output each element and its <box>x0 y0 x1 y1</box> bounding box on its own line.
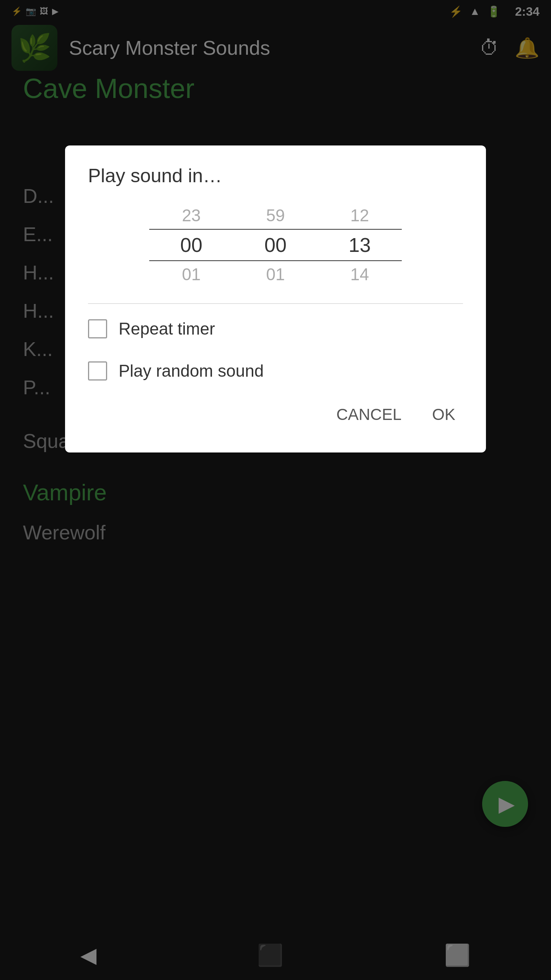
dialog-buttons: CANCEL OK <box>88 400 463 430</box>
minutes-top: 59 <box>233 202 318 229</box>
dialog-divider <box>88 303 463 304</box>
repeat-timer-row[interactable]: Repeat timer <box>88 315 463 342</box>
ok-button[interactable]: OK <box>424 400 463 430</box>
play-random-sound-checkbox[interactable] <box>88 361 107 381</box>
time-column-seconds[interactable]: 12 13 14 <box>318 202 402 288</box>
play-sound-dialog: Play sound in… 23 00 01 59 00 01 12 13 1… <box>65 145 486 452</box>
minutes-middle: 00 <box>233 229 318 261</box>
repeat-timer-label: Repeat timer <box>119 319 215 338</box>
play-random-sound-row[interactable]: Play random sound <box>88 358 463 384</box>
repeat-timer-checkbox[interactable] <box>88 319 107 338</box>
cancel-button[interactable]: CANCEL <box>329 400 409 430</box>
hours-middle: 00 <box>149 229 233 261</box>
seconds-middle: 13 <box>318 229 402 261</box>
play-random-sound-label: Play random sound <box>119 361 264 381</box>
time-column-hours[interactable]: 23 00 01 <box>149 202 233 288</box>
hours-bottom: 01 <box>149 261 233 288</box>
seconds-top: 12 <box>318 202 402 229</box>
time-picker[interactable]: 23 00 01 59 00 01 12 13 14 <box>88 202 463 288</box>
seconds-bottom: 14 <box>318 261 402 288</box>
minutes-bottom: 01 <box>233 261 318 288</box>
dialog-title: Play sound in… <box>88 165 463 187</box>
hours-top: 23 <box>149 202 233 229</box>
time-column-minutes[interactable]: 59 00 01 <box>233 202 318 288</box>
